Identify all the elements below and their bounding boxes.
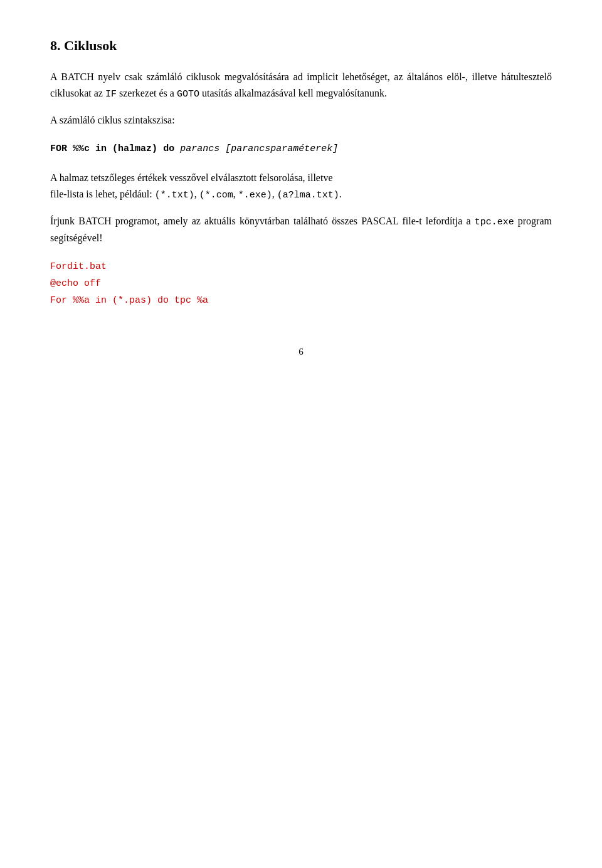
desc-end: . xyxy=(339,189,342,199)
syntax-block: FOR %%c in (halmaz) do parancs [parancsp… xyxy=(50,140,552,157)
code-line-3: For %%a in (*.pas) do tpc %a xyxy=(50,292,552,309)
syntax-in: in xyxy=(95,144,107,154)
syntax-params: [parancsparaméterek] xyxy=(225,144,338,154)
description-paragraph: A halmaz tetszőleges értékek vesszővel e… xyxy=(50,170,552,203)
inline-code-if: IF xyxy=(105,89,117,100)
code-line-1: Fordit.bat xyxy=(50,258,552,275)
desc-line1: A halmaz tetszőleges értékek vesszővel e… xyxy=(50,172,333,183)
page-number: 6 xyxy=(50,347,552,357)
code-line-2: @echo off xyxy=(50,275,552,292)
code-block: Fordit.bat @echo off For %%a in (*.pas) … xyxy=(50,258,552,309)
intro-text-after-if: szerkezet és a xyxy=(117,88,177,98)
desc-code4: (a?lma.txt) xyxy=(277,190,339,201)
page-content: 8. Ciklusok A BATCH nyelv csak számláló … xyxy=(50,38,552,357)
inline-code-goto: GOTO xyxy=(177,89,199,100)
desc-sep1: , xyxy=(194,189,199,199)
syntax-for: FOR xyxy=(50,144,67,154)
syntax-var: %%c xyxy=(73,144,90,154)
desc-code1: (*.txt) xyxy=(155,190,194,201)
task-code: tpc.exe xyxy=(475,217,514,227)
syntax-halmaz: (halmaz) xyxy=(112,144,157,154)
desc-code3: *.exe) xyxy=(238,190,272,201)
task-text-before: Írjunk BATCH programot, amely az aktuáli… xyxy=(50,216,475,226)
syntax-parancs: parancs xyxy=(180,144,219,154)
task-paragraph: Írjunk BATCH programot, amely az aktuáli… xyxy=(50,213,552,246)
chapter-title: 8. Ciklusok xyxy=(50,38,552,54)
desc-sep3: , xyxy=(272,189,277,199)
syntax-intro-text: A számláló ciklus szintakszisa: xyxy=(50,112,552,128)
syntax-do: do xyxy=(163,144,174,154)
desc-sep2: , xyxy=(233,189,238,199)
intro-paragraph: A BATCH nyelv csak számláló ciklusok meg… xyxy=(50,69,552,102)
intro-text-end: utasítás alkalmazásával kell megvalósíta… xyxy=(199,88,387,98)
desc-line2: file-lista is lehet, például: xyxy=(50,189,155,199)
desc-code2: (*.com xyxy=(199,190,233,201)
